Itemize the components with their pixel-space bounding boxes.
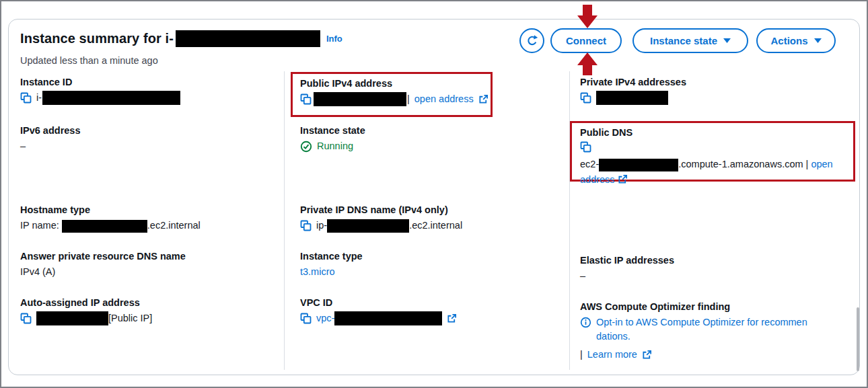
column-divider bbox=[284, 71, 285, 370]
field-value: [Public IP] bbox=[108, 311, 152, 325]
field-instance-id: Instance ID i- bbox=[20, 75, 180, 105]
redacted-value bbox=[334, 311, 442, 325]
copy-icon[interactable] bbox=[580, 141, 591, 153]
field-label: IPv6 address bbox=[20, 124, 80, 137]
field-answer-private-dns: Answer private resource DNS name IPv4 (A… bbox=[20, 249, 186, 279]
field-elastic-ip: Elastic IP addresses – bbox=[580, 254, 674, 283]
redacted-value bbox=[36, 311, 108, 325]
field-auto-assigned-ip: Auto-assigned IP address [Public IP] bbox=[20, 296, 152, 325]
caret-down-icon bbox=[723, 38, 731, 43]
redacted-value bbox=[599, 159, 678, 171]
external-link-icon[interactable] bbox=[618, 174, 628, 184]
field-instance-type: Instance type t3.micro bbox=[300, 249, 363, 279]
redacted-value bbox=[42, 91, 180, 105]
separator: | bbox=[407, 92, 410, 106]
optimizer-opt-in-link[interactable]: Opt-in to AWS Compute Optimizer for reco… bbox=[596, 315, 807, 344]
field-label: Public IPv4 address bbox=[300, 77, 489, 90]
field-value: .ec2.internal bbox=[147, 220, 201, 231]
field-label: Auto-assigned IP address bbox=[20, 296, 152, 309]
copy-icon[interactable] bbox=[580, 92, 591, 104]
connect-button[interactable]: Connect bbox=[550, 28, 622, 53]
separator: | bbox=[806, 159, 809, 169]
copy-icon[interactable] bbox=[300, 93, 312, 105]
refresh-icon bbox=[526, 34, 539, 48]
field-value: IP name: bbox=[20, 220, 62, 231]
instance-state-dropdown[interactable]: Instance state bbox=[632, 28, 748, 53]
field-label: Instance ID bbox=[20, 75, 180, 89]
field-public-dns: Public DNS ec2-.compute-1.amazonaws.com … bbox=[580, 126, 848, 188]
instance-state-dropdown-label: Instance state bbox=[650, 35, 717, 46]
field-label: Hostname type bbox=[20, 203, 201, 217]
status-success-icon bbox=[300, 141, 312, 153]
info-link[interactable]: Info bbox=[326, 34, 342, 44]
screenshot-frame: Instance summary for i- Info Updated les… bbox=[0, 0, 868, 388]
external-link-icon[interactable] bbox=[478, 94, 489, 104]
redacted-value bbox=[596, 91, 668, 105]
actions-dropdown[interactable]: Actions bbox=[756, 28, 836, 53]
field-label: Private IPv4 addresses bbox=[580, 75, 686, 89]
column-divider bbox=[569, 71, 570, 370]
copy-icon[interactable] bbox=[20, 313, 32, 324]
status-badge: Running bbox=[317, 139, 353, 153]
field-label: Instance state bbox=[300, 124, 365, 137]
field-label: Elastic IP addresses bbox=[580, 254, 674, 267]
caret-down-icon bbox=[814, 38, 822, 43]
open-address-link[interactable]: open address bbox=[414, 92, 474, 106]
separator: | bbox=[580, 348, 583, 362]
field-value: ec2- bbox=[580, 159, 599, 169]
refresh-button[interactable] bbox=[519, 28, 544, 53]
vpc-id-link[interactable]: vpc- bbox=[316, 311, 334, 325]
open-address-link[interactable]: address bbox=[580, 174, 615, 185]
field-value: – bbox=[20, 139, 26, 153]
copy-icon[interactable] bbox=[300, 313, 312, 324]
field-private-ip-dns: Private IP DNS name (IPv4 only) ip-.ec2.… bbox=[300, 203, 462, 233]
redacted-value bbox=[314, 92, 406, 106]
field-value: ip- bbox=[316, 219, 327, 233]
field-ipv6-address: IPv6 address – bbox=[20, 124, 80, 153]
field-value: – bbox=[580, 269, 585, 283]
field-vpc-id: VPC ID vpc- bbox=[300, 296, 457, 325]
field-label: Answer private resource DNS name bbox=[20, 249, 186, 263]
panel-scrollbar[interactable] bbox=[857, 307, 859, 371]
redacted-instance-id bbox=[176, 30, 320, 47]
redacted-value bbox=[327, 219, 409, 233]
field-value: .ec2.internal bbox=[409, 219, 462, 233]
field-compute-optimizer: AWS Compute Optimizer finding Opt-in to … bbox=[580, 300, 849, 362]
field-label: AWS Compute Optimizer finding bbox=[580, 300, 849, 313]
field-instance-state: Instance state Running bbox=[300, 124, 365, 153]
instance-type-link[interactable]: t3.micro bbox=[300, 265, 335, 279]
redacted-value bbox=[62, 220, 147, 233]
learn-more-link[interactable]: Learn more bbox=[587, 348, 637, 362]
field-label: Private IP DNS name (IPv4 only) bbox=[300, 203, 462, 217]
page-title-row: Instance summary for i- Info bbox=[20, 30, 342, 48]
field-value: .compute-1.amazonaws.com bbox=[678, 159, 803, 169]
updated-status: Updated less than a minute ago bbox=[20, 55, 158, 66]
external-link-icon[interactable] bbox=[642, 350, 652, 360]
external-link-icon[interactable] bbox=[447, 313, 457, 323]
copy-icon[interactable] bbox=[300, 220, 312, 231]
field-hostname-type: Hostname type IP name: .ec2.internal bbox=[20, 203, 201, 233]
info-icon bbox=[580, 317, 591, 328]
field-value: i- bbox=[36, 91, 42, 105]
page-title: Instance summary for i- bbox=[20, 31, 174, 46]
annotation-arrow-down-icon bbox=[577, 5, 598, 29]
field-public-ipv4: Public IPv4 address | open address bbox=[300, 77, 489, 106]
field-label: Instance type bbox=[300, 249, 363, 263]
actions-dropdown-label: Actions bbox=[770, 35, 807, 46]
field-label: VPC ID bbox=[300, 296, 457, 309]
field-value: IPv4 (A) bbox=[20, 265, 55, 279]
connect-button-label: Connect bbox=[566, 35, 606, 46]
copy-icon[interactable] bbox=[20, 92, 32, 104]
field-private-ipv4: Private IPv4 addresses bbox=[580, 75, 686, 105]
open-address-link[interactable]: open bbox=[811, 159, 832, 169]
field-label: Public DNS bbox=[580, 126, 848, 139]
annotation-arrow-up-icon bbox=[577, 52, 598, 76]
